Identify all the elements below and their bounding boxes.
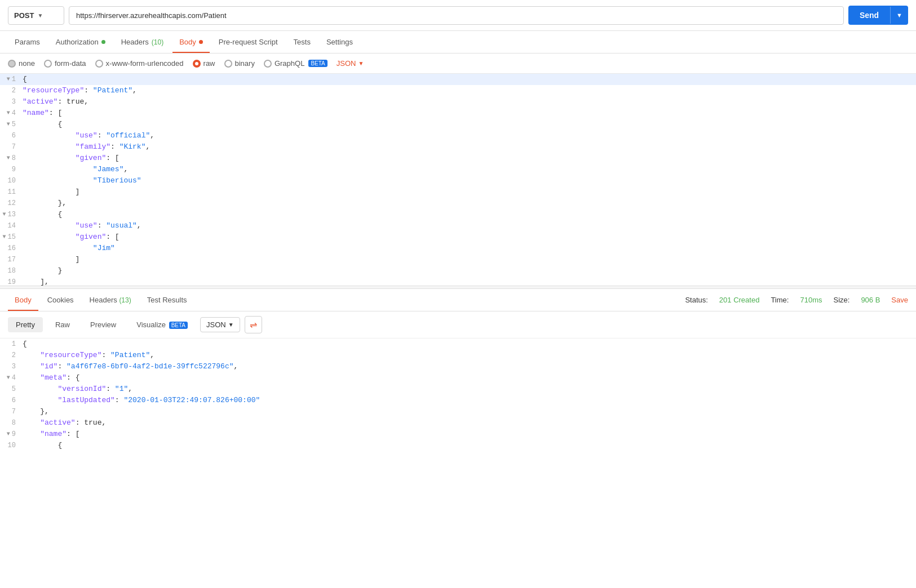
code-line: 2 "resourceType": "Patient",: [0, 85, 916, 96]
status-label: Status:: [685, 296, 707, 304]
graphql-beta-badge: BETA: [308, 60, 327, 67]
code-line: 6 "lastUpdated": "2020-01-03T22:49:07.82…: [0, 395, 916, 406]
view-preview-button[interactable]: Preview: [82, 317, 124, 332]
resp-tab-headers[interactable]: Headers (13): [83, 289, 138, 311]
code-line: 16 "Jim": [0, 243, 916, 254]
send-label: Send: [848, 6, 890, 25]
code-line: 14 "use": "usual",: [0, 220, 916, 231]
tab-authorization[interactable]: Authorization: [49, 31, 112, 53]
code-line: 10 {: [0, 440, 916, 451]
option-urlencoded[interactable]: x-www-form-urlencoded: [95, 59, 184, 68]
code-line: ▼ 5 {: [0, 119, 916, 130]
time-label: Time:: [771, 296, 789, 304]
method-chevron-icon: ▼: [37, 12, 43, 19]
tab-pre-request[interactable]: Pre-request Script: [212, 31, 285, 53]
radio-form-data: [44, 60, 52, 68]
code-line: 19 ],: [0, 277, 916, 286]
body-dot: [199, 40, 203, 44]
code-line: ▼ 8 "given": [: [0, 153, 916, 164]
send-dropdown-icon[interactable]: ▼: [890, 7, 908, 24]
size-label: Size:: [833, 296, 849, 304]
visualize-beta-badge: BETA: [169, 322, 188, 329]
save-button[interactable]: Save: [891, 296, 908, 304]
radio-raw: [193, 60, 201, 68]
code-line: 10 "Tiberious": [0, 175, 916, 186]
method-select[interactable]: POST ▼: [8, 6, 64, 25]
code-line: ▼ 1 {: [0, 74, 916, 85]
url-bar: POST ▼ Send ▼: [0, 0, 916, 31]
code-line: ▼ 9 "name": [: [0, 429, 916, 440]
response-toolbar: Pretty Raw Preview Visualize BETA JSON ▼…: [0, 311, 916, 338]
code-line: 7 "family": "Kirk",: [0, 141, 916, 153]
code-line: 12 },: [0, 198, 916, 209]
code-line: 8 "active": true,: [0, 417, 916, 429]
code-line: 2 "resourceType": "Patient",: [0, 350, 916, 361]
url-input[interactable]: [69, 6, 844, 25]
resp-headers-count: (13): [119, 296, 131, 304]
resp-tab-cookies[interactable]: Cookies: [41, 289, 81, 311]
code-line: 17 ]: [0, 254, 916, 265]
code-line: 6 "use": "official",: [0, 130, 916, 141]
format-chevron-icon: ▼: [358, 60, 364, 66]
wrap-icon: ⇌: [250, 319, 257, 330]
tab-headers[interactable]: Headers (10): [114, 31, 170, 53]
request-editor[interactable]: ▼ 1 { 2 "resourceType": "Patient", 3 "ac…: [0, 74, 916, 286]
response-header: Body Cookies Headers (13) Test Results S…: [0, 289, 916, 311]
authorization-dot: [101, 40, 105, 44]
radio-graphql: [264, 60, 272, 68]
status-value: 201 Created: [719, 296, 760, 304]
code-line: 1 {: [0, 338, 916, 350]
code-line: 3 "active": true,: [0, 96, 916, 108]
tab-tests[interactable]: Tests: [287, 31, 317, 53]
code-line: ▼ 4 "name": [: [0, 108, 916, 119]
view-raw-button[interactable]: Raw: [47, 317, 78, 332]
resp-tab-body[interactable]: Body: [8, 289, 38, 311]
send-button[interactable]: Send ▼: [848, 6, 908, 25]
code-line: 18 }: [0, 265, 916, 277]
code-line: ▼ 13 {: [0, 209, 916, 220]
body-options-bar: none form-data x-www-form-urlencoded raw…: [0, 54, 916, 74]
request-tabs: Params Authorization Headers (10) Body P…: [0, 31, 916, 54]
time-value: 710ms: [800, 296, 822, 304]
headers-count-badge: (10): [152, 38, 163, 46]
response-format-dropdown[interactable]: JSON ▼: [200, 317, 240, 332]
code-line: 3 "id": "a4f6f7e8-6bf0-4af2-bd1e-39ffc52…: [0, 361, 916, 372]
response-tabs: Body Cookies Headers (13) Test Results: [8, 289, 194, 311]
wrap-button[interactable]: ⇌: [245, 316, 262, 333]
tab-params[interactable]: Params: [8, 31, 47, 53]
size-value: 906 B: [861, 296, 880, 304]
option-binary[interactable]: binary: [224, 59, 255, 68]
option-form-data[interactable]: form-data: [44, 59, 86, 68]
response-status-bar: Status: 201 Created Time: 710ms Size: 90…: [685, 296, 908, 304]
code-line: 11 ]: [0, 186, 916, 198]
radio-none: [8, 60, 16, 68]
resp-tab-test-results[interactable]: Test Results: [140, 289, 194, 311]
radio-binary: [224, 60, 232, 68]
tab-body[interactable]: Body: [172, 31, 210, 53]
code-line: 5 "versionId": "1",: [0, 384, 916, 395]
response-editor: 1 { 2 "resourceType": "Patient", 3 "id":…: [0, 338, 916, 474]
code-line: ▼ 15 "given": [: [0, 231, 916, 243]
code-line: ▼ 4 "meta": {: [0, 372, 916, 384]
code-line: 7 },: [0, 406, 916, 417]
option-raw[interactable]: raw: [193, 59, 215, 68]
option-none[interactable]: none: [8, 59, 35, 68]
format-dropdown[interactable]: JSON ▼: [337, 59, 364, 68]
view-pretty-button[interactable]: Pretty: [8, 317, 43, 332]
code-line: 9 "James",: [0, 164, 916, 175]
radio-urlencoded: [95, 60, 103, 68]
method-value: POST: [14, 11, 34, 20]
option-graphql[interactable]: GraphQL BETA: [264, 59, 328, 68]
tab-settings[interactable]: Settings: [320, 31, 360, 53]
format-dropdown-chevron-icon: ▼: [228, 322, 234, 328]
view-visualize-button[interactable]: Visualize BETA: [129, 317, 196, 332]
